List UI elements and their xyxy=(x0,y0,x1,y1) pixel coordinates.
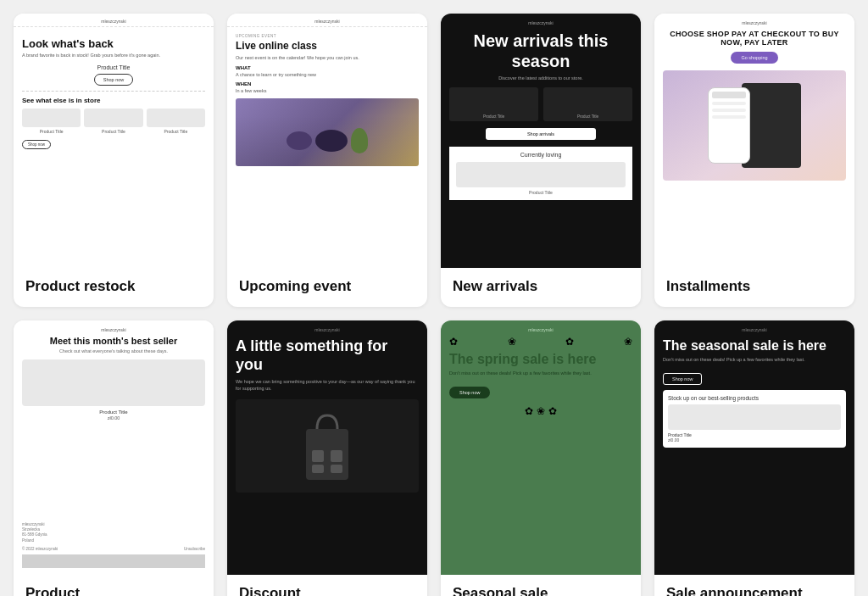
c2-tag: UPCOMING EVENT xyxy=(236,34,419,38)
c5-body: Check out what everyone's talking about … xyxy=(22,348,205,354)
c2-what-value: A chance to learn or try something new xyxy=(236,72,419,77)
c4-btn: Go shopping xyxy=(731,52,777,64)
c6-headline: A little something for you xyxy=(236,337,419,374)
c7-body: Don't miss out on these deals! Pick up a… xyxy=(449,370,632,377)
c4-product xyxy=(742,83,801,168)
c3-subtitle: Discover the latest additions to our sto… xyxy=(449,75,632,81)
c3-shop-btn: Shop arrivals xyxy=(486,128,596,140)
c2-body: Our next event is on the calendar! We ho… xyxy=(236,55,419,60)
card-upcoming-event[interactable]: mleszczynski UPCOMING EVENT Live online … xyxy=(227,14,427,307)
card-label-product: Product xyxy=(14,575,214,596)
c8-body: Don't miss out on these deals! Pick up a… xyxy=(663,357,846,364)
c2-what-label: WHAT xyxy=(236,65,419,70)
c4-image xyxy=(663,70,846,181)
svg-rect-3 xyxy=(312,465,324,473)
c8-lower-price: zł0.00 xyxy=(668,437,841,443)
template-grid: mleszczynski Look what's back A brand fa… xyxy=(14,14,854,596)
c7-flowers-top: ✿ ❀ ✿ ❀ xyxy=(449,336,632,348)
c3-product-2: Product Title xyxy=(543,87,632,121)
c1-product-title: Product Title xyxy=(22,64,205,70)
c5-product-title: Product Title xyxy=(22,409,205,415)
flower-icon-1: ✿ xyxy=(449,336,458,348)
card-preview-sale-announcement: mleszczynski The seasonal sale is here D… xyxy=(654,320,854,575)
svg-rect-1 xyxy=(312,450,324,462)
card-sale-announcement[interactable]: mleszczynski The seasonal sale is here D… xyxy=(654,320,854,596)
c1-headline: Look what's back xyxy=(22,37,205,50)
c1-sender: mleszczynski xyxy=(14,14,214,27)
c7-headline: The spring sale is here xyxy=(449,351,632,367)
c7-flowers-bottom: ✿ ❀ ✿ xyxy=(449,405,632,417)
c5-price: zł0.00 xyxy=(22,415,205,421)
card-preview-installments: mleszczynski CHOOSE SHOP PAY AT CHECKOUT… xyxy=(654,14,854,268)
c2-headline: Live online class xyxy=(236,40,419,52)
card-new-arrivals[interactable]: mleszczynski New arrivals this season Di… xyxy=(441,14,641,307)
c8-lower-section: Stock up on our best-selling products Pr… xyxy=(663,390,846,448)
c4-headline: CHOOSE SHOP PAY AT CHECKOUT TO BUY NOW, … xyxy=(663,30,846,47)
c3-lower-product xyxy=(456,162,626,187)
c7-shop-btn: Shop now xyxy=(449,387,490,398)
c1-shop-btn: Shop now xyxy=(94,74,133,86)
c7-sender: mleszczynski xyxy=(449,327,632,332)
card-preview-product: mleszczynski Meet this month's best sell… xyxy=(14,320,214,575)
c8-headline: The seasonal sale is here xyxy=(663,337,846,354)
flower-icon-4: ❀ xyxy=(624,336,632,348)
card-label-product-restock: Product restock xyxy=(14,268,214,307)
c4-sender: mleszczynski xyxy=(663,20,846,25)
card-label-discount: Discount xyxy=(227,575,427,596)
card-label-sale-announcement: Sale announcement xyxy=(654,575,854,596)
card-preview-discount: mleszczynski A little something for you … xyxy=(227,320,427,575)
c3-product-1: Product Title xyxy=(449,87,538,121)
card-preview-upcoming-event: mleszczynski UPCOMING EVENT Live online … xyxy=(227,14,427,268)
c3-headline: New arrivals this season xyxy=(449,31,632,71)
c4-phone xyxy=(708,87,750,164)
c1-mini-product-3: Product Title xyxy=(147,109,205,134)
card-seasonal-sale[interactable]: mleszczynski ✿ ❀ ✿ ❀ The spring sale is … xyxy=(441,320,641,596)
c1-mini-product-1: Product Title xyxy=(22,109,81,134)
c5-gray-bar xyxy=(22,554,205,568)
c8-sender: mleszczynski xyxy=(663,327,846,332)
c1-mini-product-2: Product Title xyxy=(84,109,142,134)
c2-when-value: In a few weeks xyxy=(236,88,419,93)
c1-section-title: See what else is in store xyxy=(22,97,205,104)
c6-body: We hope we can bring something positive … xyxy=(236,379,419,392)
c2-when-label: WHEN xyxy=(236,81,419,86)
card-label-new-arrivals: New arrivals xyxy=(441,268,641,307)
card-label-installments: Installments xyxy=(654,268,854,307)
c3-currently-loving: Currently loving xyxy=(456,152,626,158)
svg-rect-2 xyxy=(331,450,342,462)
c3-lower-label: Product Title xyxy=(456,190,626,195)
c8-lower-product xyxy=(668,404,841,430)
card-label-upcoming-event: Upcoming event xyxy=(227,268,427,307)
c5-product-image xyxy=(22,359,205,406)
c5-footer: mleszczynski Strzelecka 81-588 Gdynia Po… xyxy=(22,522,205,551)
flower-icon-6: ❀ xyxy=(537,405,545,417)
card-preview-seasonal-sale: mleszczynski ✿ ❀ ✿ ❀ The spring sale is … xyxy=(441,320,641,575)
card-preview-new-arrivals: mleszczynski New arrivals this season Di… xyxy=(441,14,641,268)
c2-sender: mleszczynski xyxy=(227,14,427,27)
c5-headline: Meet this month's best seller xyxy=(22,336,205,346)
svg-rect-4 xyxy=(331,465,342,473)
c1-body: A brand favorite is back in stock! Grab … xyxy=(22,53,205,58)
c8-lower-title: Stock up on our best-selling products xyxy=(668,395,841,401)
c8-shop-btn: Shop now xyxy=(663,373,702,385)
card-product-restock[interactable]: mleszczynski Look what's back A brand fa… xyxy=(14,14,214,307)
c6-image xyxy=(236,399,419,493)
flower-icon-2: ❀ xyxy=(508,336,516,348)
card-product[interactable]: mleszczynski Meet this month's best sell… xyxy=(14,320,214,596)
c5-address: mleszczynski Strzelecka 81-588 Gdynia Po… xyxy=(22,522,205,543)
flower-icon-7: ✿ xyxy=(548,405,557,417)
card-preview-product-restock: mleszczynski Look what's back A brand fa… xyxy=(14,14,214,268)
card-label-seasonal-sale: Seasonal sale announcement xyxy=(441,575,641,596)
c6-sender: mleszczynski xyxy=(236,327,419,332)
c5-sender: mleszczynski xyxy=(22,327,205,332)
c3-sender: mleszczynski xyxy=(449,20,632,25)
c2-image xyxy=(236,98,419,166)
card-installments[interactable]: mleszczynski CHOOSE SHOP PAY AT CHECKOUT… xyxy=(654,14,854,307)
card-discount[interactable]: mleszczynski A little something for you … xyxy=(227,320,427,596)
flower-icon-5: ✿ xyxy=(525,405,533,417)
flower-icon-3: ✿ xyxy=(565,336,574,348)
